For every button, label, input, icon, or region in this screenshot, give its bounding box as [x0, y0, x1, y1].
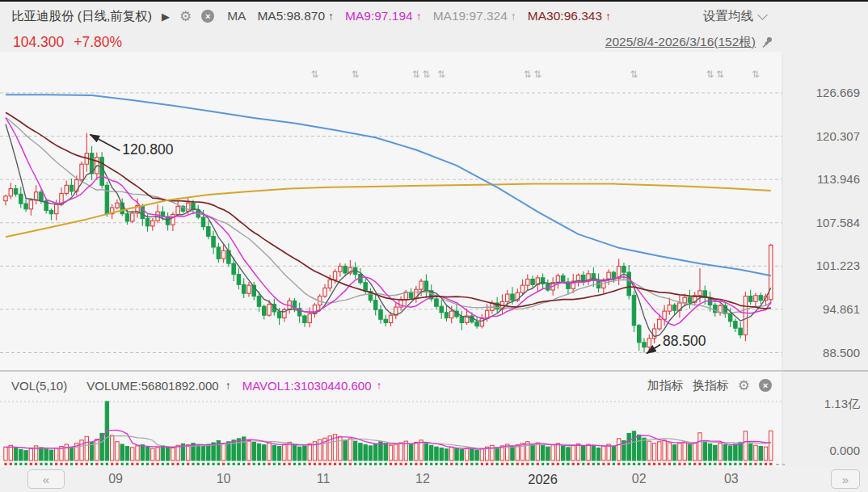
event-marker-icon: ⇅: [412, 69, 420, 80]
month-label: 03: [707, 472, 756, 486]
play-icon[interactable]: ▶: [162, 11, 170, 23]
trend-up-arrow: ↑: [328, 10, 334, 23]
mavol-up-arrow: ↑: [377, 379, 382, 392]
mavol-value: MAVOL1:31030440.600: [242, 379, 372, 393]
trend-up-arrow: ↑: [605, 10, 611, 23]
ma-value-item: MA30:96.343↑: [528, 9, 611, 23]
price-axis-label: 88.500: [787, 346, 860, 360]
price-annotation: 88.500: [663, 333, 706, 349]
page-title: 比亚迪股份 (日线,前复权): [11, 8, 152, 25]
volume-up-arrow: ↑: [225, 379, 231, 392]
event-marker-icon: ⇅: [630, 69, 638, 80]
event-marker-icon: ⇅: [422, 69, 430, 80]
event-marker-icon: ⇅: [352, 69, 360, 80]
price-axis-label: 107.584: [787, 216, 860, 229]
volume-axis-label: 1.13亿: [787, 397, 860, 412]
price-axis-label: 101.223: [787, 259, 860, 272]
volume-pane-header: VOL(5,10) VOLUME:56801892.000 ↑ MAVOL1:3…: [0, 375, 868, 396]
month-label: 02: [615, 472, 664, 486]
ma-value-item: MA5:98.870↑: [257, 9, 334, 23]
ma-settings-button[interactable]: 设置均线: [703, 8, 766, 25]
month-label: 2026: [519, 472, 567, 487]
ma-value-item: MA19:97.324↑: [433, 9, 516, 23]
price-axis-label: 126.669: [787, 86, 860, 99]
event-marker-icon: ⇅: [706, 69, 714, 80]
window-top-border: [0, 0, 868, 2]
close-icon[interactable]: ×: [201, 10, 214, 23]
date-range-link[interactable]: 2025/8/4-2026/3/16(152根): [605, 34, 774, 51]
ma-values: MA5:98.870↑MA9:97.194↑MA19:97.324↑MA30:9…: [257, 9, 622, 23]
event-marker-icon: ⇅: [533, 69, 541, 80]
scroll-left-button[interactable]: «: [27, 469, 65, 489]
ma-value-item: MA9:97.194↑: [345, 9, 422, 23]
trend-up-arrow: ↑: [511, 10, 516, 23]
volume-axis-label: 0.000: [787, 444, 860, 457]
month-label: 12: [398, 472, 447, 486]
month-label: 10: [200, 472, 248, 486]
price-axis-label: 120.307: [787, 129, 860, 143]
event-marker-icon: ⇅: [716, 69, 724, 80]
ma-settings-label: 设置均线: [703, 8, 753, 25]
event-marker-icon: ⇅: [437, 69, 445, 80]
time-axis: « » 0910111220260203: [0, 467, 868, 492]
price-axis: 126.669120.307113.946107.584101.22394.86…: [782, 0, 868, 492]
price-row: 104.300 +7.80% 2025/8/4-2026/3/16(152根): [0, 31, 868, 53]
chevron-down-icon: [757, 10, 768, 20]
add-indicator-button[interactable]: 加指标: [647, 378, 684, 393]
pin-icon[interactable]: [761, 36, 774, 49]
price-axis-label: 113.946: [787, 172, 860, 186]
vol-indicator-label: VOL(5,10): [11, 379, 67, 393]
switch-indicator-button[interactable]: 换指标: [693, 378, 729, 393]
ma-group-label: MA: [227, 9, 246, 23]
candlestick-chart[interactable]: ⇅⇅⇅⇅⇅⇅⇅⇅⇅⇅⇅120.80088.500: [0, 0, 868, 492]
price-axis-label: 94.861: [787, 302, 860, 316]
vol-close-icon[interactable]: ×: [759, 379, 772, 392]
event-marker-icon: ⇅: [524, 69, 532, 80]
price-annotation: 120.800: [122, 141, 174, 158]
event-marker-icon: ⇅: [752, 69, 760, 80]
month-label: 09: [91, 472, 140, 486]
vol-gear-icon[interactable]: ⚙: [738, 379, 750, 393]
gear-icon[interactable]: ⚙: [179, 10, 192, 23]
date-range-text: 2025/8/4-2026/3/16(152根): [605, 34, 756, 51]
month-label: 11: [299, 472, 348, 486]
volume-value: VOLUME:56801892.000: [86, 379, 218, 393]
last-price: 104.300: [13, 34, 64, 51]
trading-app-window: ⇅⇅⇅⇅⇅⇅⇅⇅⇅⇅⇅120.80088.500 比亚迪股份 (日线,前复权) …: [0, 0, 868, 492]
event-marker-icon: ⇅: [310, 69, 318, 80]
chart-header: 比亚迪股份 (日线,前复权) ▶ ⚙ × MA MA5:98.870↑MA9:9…: [0, 3, 868, 29]
change-percent: +7.80%: [74, 34, 122, 51]
trend-up-arrow: ↑: [416, 10, 422, 23]
